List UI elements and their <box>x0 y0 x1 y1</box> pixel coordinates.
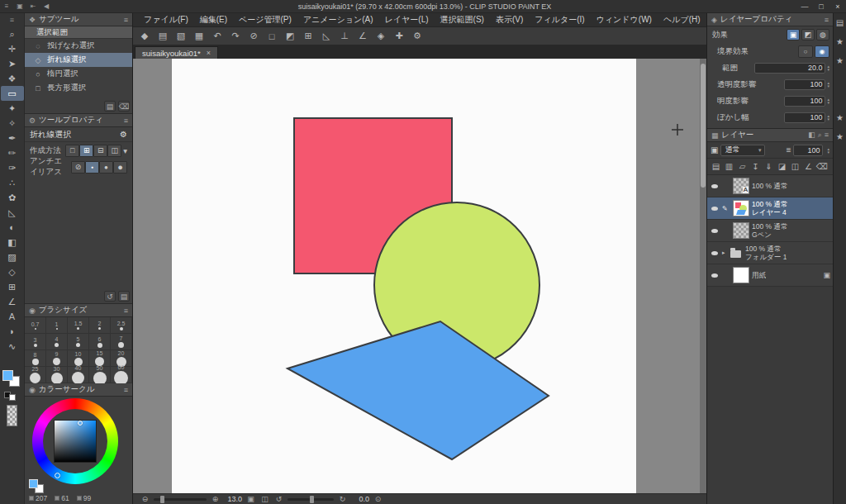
layer-visibility-icon[interactable] <box>710 229 720 233</box>
sv-square[interactable] <box>54 420 97 463</box>
dropdown-icon[interactable]: ▾ <box>123 146 127 155</box>
rotation-slider-thumb[interactable] <box>310 496 314 503</box>
layer-ruler-icon[interactable]: ∠ <box>802 160 815 174</box>
save-icon[interactable]: ▦ <box>191 29 207 44</box>
search-layer-icon[interactable]: ⌕ <box>818 131 822 140</box>
panel-menu-icon[interactable]: ≡ <box>124 116 128 125</box>
panel-menu-icon[interactable]: ≡ <box>825 131 829 140</box>
menu-item[interactable]: 選択範囲(S) <box>435 13 490 27</box>
blend-mode-dropdown[interactable]: 通常 ▾ <box>720 145 765 156</box>
blur-spinner[interactable]: ▴▾ <box>827 114 829 121</box>
fill-tool[interactable]: ◧ <box>1 235 24 250</box>
sv-marker[interactable] <box>78 421 83 426</box>
operation-tool[interactable]: ➤ <box>1 56 24 71</box>
balloon-tool[interactable]: ◗ <box>1 324 24 339</box>
brush-size-cell[interactable]: 30 <box>46 367 68 383</box>
open-file-icon[interactable]: ▧ <box>173 29 189 44</box>
workspace-icon[interactable]: ▣ <box>13 1 26 12</box>
add-selection[interactable]: ⊞ <box>79 145 93 157</box>
brush-size-cell[interactable]: 50 <box>89 367 111 383</box>
brush-size-cell[interactable]: 1 <box>46 317 68 334</box>
brush-size-cell[interactable]: 60 <box>111 367 132 383</box>
brush-size-cell[interactable]: 3 <box>25 334 46 350</box>
opacity-slider-icon[interactable]: ≡ <box>787 145 791 155</box>
menu-item[interactable]: ウィンドウ(W) <box>591 13 658 27</box>
transfer-down-icon[interactable]: ↧ <box>749 160 762 174</box>
eyedropper-tool[interactable]: ✧ <box>1 116 24 131</box>
register-settings-icon[interactable]: ▤ <box>118 291 130 302</box>
collapse-left-icon[interactable]: ⇤ <box>26 1 40 12</box>
create-mask-icon[interactable]: ◪ <box>776 160 788 174</box>
menu-item[interactable]: 表示(V) <box>490 13 529 27</box>
bw-swatch-pair[interactable] <box>4 392 17 400</box>
brush-size-cell[interactable]: 2.5 <box>111 317 132 334</box>
zoom-slider-thumb[interactable] <box>160 496 164 503</box>
zoom-tool[interactable]: ⌕ <box>1 26 24 41</box>
aa-weak[interactable]: ● <box>85 161 99 174</box>
minimize-button[interactable]: — <box>796 1 813 12</box>
range-spinner[interactable]: ▴▾ <box>827 64 829 71</box>
opacity-spinner[interactable]: ▴▾ <box>827 147 829 154</box>
alpha-influence-slider[interactable]: 100 <box>784 79 825 90</box>
delete-layer-icon[interactable]: ⌫ <box>815 160 828 174</box>
pen-tool[interactable]: ✒ <box>1 131 24 145</box>
layer-move-tool[interactable]: ❖ <box>1 71 24 86</box>
paper-thumbnail[interactable] <box>733 267 749 283</box>
layer-row[interactable]: 100 % 通常 Gペン <box>707 220 833 242</box>
zoom-in-icon[interactable]: ⊕ <box>210 495 221 503</box>
layer-visibility-icon[interactable] <box>710 273 720 278</box>
panel-menu-icon[interactable]: ≡ <box>825 16 829 24</box>
deselect-icon[interactable]: □ <box>264 29 280 44</box>
material-tab-all[interactable]: ★ <box>836 56 844 65</box>
border-effect-icon[interactable]: ▣ <box>787 29 800 40</box>
panel-menu-icon[interactable]: ≡ <box>124 16 128 24</box>
material-tab-color[interactable]: ★ <box>836 113 844 122</box>
new-raster-layer-icon[interactable]: ▤ <box>710 160 722 174</box>
airbrush-tool[interactable]: ∴ <box>1 175 24 190</box>
eraser-tool[interactable]: ◺ <box>1 205 24 220</box>
foreground-color-swatch[interactable] <box>2 370 13 381</box>
material-tab-favorites[interactable]: ★ <box>836 37 844 46</box>
brush-size-cell[interactable]: 7 <box>111 334 132 350</box>
subtool-lasso[interactable]: ◌ 投げなわ選択 <box>25 39 132 53</box>
decoration-tool[interactable]: ✿ <box>1 190 24 205</box>
figure-tool[interactable]: ◇ <box>1 264 24 279</box>
brush-size-cell[interactable]: 6 <box>89 334 111 350</box>
delete-subtool-icon[interactable]: ⌫ <box>118 101 130 112</box>
brush-size-cell[interactable]: 10 <box>68 350 89 367</box>
brush-size-cell[interactable]: 0.7 <box>25 317 46 334</box>
actual-pixels-icon[interactable]: ◫ <box>259 495 270 503</box>
layer-thumbnail[interactable] <box>733 222 749 239</box>
mask-visibility-icon[interactable]: ◫ <box>789 160 801 174</box>
aa-middle[interactable]: ● <box>99 161 113 174</box>
fit-to-screen-icon[interactable]: ▣ <box>245 495 256 503</box>
brush-size-cell[interactable]: 8 <box>25 350 46 367</box>
clip-studio-icon[interactable]: ◆ <box>136 29 153 44</box>
move-tool[interactable]: ✛ <box>1 41 24 56</box>
range-slider[interactable]: 20.0 <box>754 63 825 74</box>
brush-size-cell[interactable]: 40 <box>68 367 89 383</box>
subtool-ellipse[interactable]: ○ 楕円選択 <box>25 67 132 81</box>
blend-tool[interactable]: ◐ <box>1 220 24 235</box>
multiply-selection[interactable]: ◫ <box>107 145 121 157</box>
zoom-out-icon[interactable]: ⊖ <box>140 495 150 503</box>
transparent-color-swatch[interactable] <box>7 405 17 426</box>
hue-marker[interactable] <box>55 473 60 478</box>
maximize-button[interactable]: □ <box>813 1 829 12</box>
subtool-rectangle[interactable]: □ 長方形選択 <box>25 81 132 95</box>
menu-item[interactable]: ページ管理(P) <box>233 13 297 27</box>
layer-row-folder[interactable]: ▸ 100 % 通常 フォルダー 1 <box>707 242 833 264</box>
tool-property-header[interactable]: ⚙ ツールプロパティ ≡ <box>25 114 132 127</box>
layer-row-active[interactable]: ✎ 100 % 通常 レイヤー 4 <box>707 197 833 220</box>
canvas-scrollbar-thumb[interactable] <box>701 64 706 188</box>
add-icon[interactable]: ✚ <box>391 29 407 44</box>
brush-size-cell[interactable]: 25 <box>25 367 46 383</box>
layer-thumbnail[interactable] <box>733 200 749 216</box>
brush-size-header[interactable]: ◉ ブラシサイズ ≡ <box>25 304 132 317</box>
rotation-slider[interactable] <box>288 498 334 501</box>
canvas-area[interactable] <box>133 59 706 493</box>
brush-size-cell[interactable]: 1.5 <box>68 317 89 334</box>
brush-size-cell[interactable]: 5 <box>68 334 89 350</box>
brightness-spinner[interactable]: ▴▾ <box>827 97 829 104</box>
undo-icon[interactable]: ↶ <box>209 29 226 44</box>
